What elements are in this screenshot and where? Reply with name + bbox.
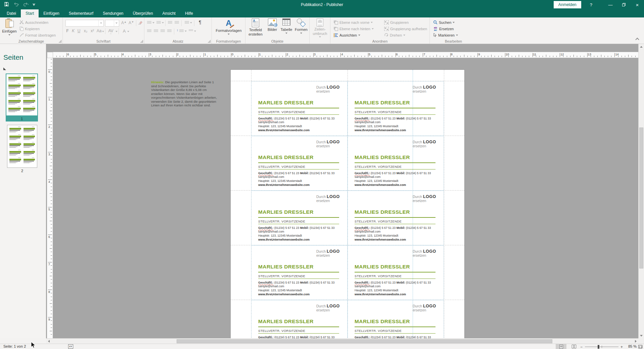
- document-canvas[interactable]: 65432101234567891011121314 0123456789 Hi…: [46, 44, 638, 338]
- card-phones[interactable]: Geschäftl.: (01234) 5 67 51 23 Mobil: (0…: [355, 117, 431, 120]
- card-website[interactable]: www.IhreUnternehmenswebsite.com: [258, 183, 310, 187]
- align-button[interactable]: Ausrichten: [334, 32, 360, 38]
- card-name[interactable]: MARLIES DRESSLER: [258, 318, 314, 325]
- card-email[interactable]: sample@email.com: [258, 120, 284, 124]
- horizontal-scrollbar[interactable]: [46, 338, 638, 344]
- card-name[interactable]: MARLIES DRESSLER: [258, 154, 314, 160]
- tab-überprüfen[interactable]: Überprüfen: [128, 9, 158, 17]
- logo-placeholder[interactable]: Durch LOGOersetzen: [413, 140, 436, 148]
- card-email[interactable]: sample@email.com: [355, 120, 380, 124]
- restore-button[interactable]: [617, 0, 631, 9]
- show-paragraph-marks-button[interactable]: ¶: [199, 19, 201, 25]
- card-phones[interactable]: Geschäftl.: (01234) 5 67 51 23 Mobil: (0…: [355, 281, 431, 284]
- business-card[interactable]: Durch LOGOersetzenMARLIES DRESSLERSTELLV…: [348, 300, 444, 338]
- card-job-title[interactable]: STELLVERTR. VORSITZENDE: [355, 110, 402, 114]
- card-website[interactable]: www.IhreUnternehmenswebsite.com: [355, 293, 406, 296]
- business-card[interactable]: Durch LOGOersetzenMARLIES DRESSLERSTELLV…: [251, 191, 348, 245]
- tab-start[interactable]: Start: [21, 9, 39, 17]
- logo-placeholder[interactable]: Durch LOGOersetzen: [413, 85, 436, 93]
- card-job-title[interactable]: STELLVERTR. VORSITZENDE: [355, 329, 402, 333]
- card-address[interactable]: Hauptstr. 123, 12345 Musterstadt: [258, 234, 302, 237]
- business-card[interactable]: Durch LOGOersetzenMARLIES DRESSLERSTELLV…: [348, 245, 444, 300]
- card-job-title[interactable]: STELLVERTR. VORSITZENDE: [258, 329, 305, 333]
- horizontal-ruler[interactable]: 65432101234567891011121314: [53, 52, 638, 58]
- card-name[interactable]: MARLIES DRESSLER: [355, 264, 410, 270]
- minimize-button[interactable]: —: [604, 0, 617, 9]
- single-page-view-button[interactable]: [556, 344, 566, 349]
- card-email[interactable]: sample@email.com: [355, 175, 380, 179]
- card-email[interactable]: sample@email.com: [258, 285, 284, 288]
- vertical-scroll-thumb[interactable]: [639, 128, 643, 268]
- business-card[interactable]: Durch LOGOersetzenMARLIES DRESSLERSTELLV…: [251, 136, 348, 191]
- business-card[interactable]: Durch LOGOersetzenMARLIES DRESSLERSTELLV…: [348, 136, 444, 191]
- card-address[interactable]: Hauptstr. 123, 12345 Musterstadt: [355, 234, 398, 237]
- card-website[interactable]: www.IhreUnternehmenswebsite.com: [258, 293, 310, 296]
- card-email[interactable]: sample@email.com: [355, 285, 380, 288]
- logo-placeholder[interactable]: Durch LOGOersetzen: [316, 140, 340, 148]
- card-address[interactable]: Hauptstr. 123, 12345 Musterstadt: [258, 289, 302, 292]
- logo-placeholder[interactable]: Durch LOGOersetzen: [413, 304, 436, 312]
- collapse-panel-icon[interactable]: [3, 67, 6, 70]
- scroll-right-icon[interactable]: [633, 339, 638, 344]
- card-name[interactable]: MARLIES DRESSLER: [355, 154, 410, 160]
- hint-textbox[interactable]: Hinweis: Die gepunkteten Linien auf Seit…: [151, 80, 218, 107]
- logo-placeholder[interactable]: Durch LOGOersetzen: [413, 195, 436, 203]
- tab-sendungen[interactable]: Sendungen: [98, 9, 128, 17]
- scroll-left-icon[interactable]: [46, 339, 51, 344]
- publication-page[interactable]: Durch LOGOersetzenMARLIES DRESSLERSTELLV…: [230, 69, 465, 338]
- business-card[interactable]: Durch LOGOersetzenMARLIES DRESSLERSTELLV…: [251, 300, 348, 338]
- find-button[interactable]: Suchen: [433, 19, 455, 26]
- horizontal-scroll-thumb[interactable]: [177, 339, 552, 343]
- scroll-up-icon[interactable]: [639, 44, 644, 49]
- close-button[interactable]: ×: [631, 0, 644, 9]
- logo-placeholder[interactable]: Durch LOGOersetzen: [316, 249, 340, 257]
- card-website[interactable]: www.IhreUnternehmenswebsite.com: [258, 129, 310, 132]
- card-name[interactable]: MARLIES DRESSLER: [355, 209, 410, 215]
- card-job-title[interactable]: STELLVERTR. VORSITZENDE: [355, 219, 402, 223]
- paste-button[interactable]: Einfügen: [1, 18, 17, 36]
- card-job-title[interactable]: STELLVERTR. VORSITZENDE: [355, 165, 402, 168]
- card-phones[interactable]: Geschäftl.: (01234) 5 67 51 23 Mobil: (0…: [258, 171, 334, 175]
- card-address[interactable]: Hauptstr. 123, 12345 Musterstadt: [258, 179, 302, 183]
- card-phones[interactable]: Geschäftl.: (01234) 5 67 51 23 Mobil: (0…: [355, 171, 431, 175]
- card-website[interactable]: www.IhreUnternehmenswebsite.com: [355, 238, 406, 241]
- card-name[interactable]: MARLIES DRESSLER: [355, 100, 410, 106]
- card-phones[interactable]: Geschäftl.: (01234) 5 67 51 23 Mobil: (0…: [355, 336, 431, 338]
- card-job-title[interactable]: STELLVERTR. VORSITZENDE: [355, 274, 402, 278]
- collapse-ribbon-button[interactable]: [635, 38, 639, 41]
- card-job-title[interactable]: STELLVERTR. VORSITZENDE: [258, 219, 305, 223]
- business-card[interactable]: Durch LOGOersetzenMARLIES DRESSLERSTELLV…: [251, 245, 348, 300]
- business-card[interactable]: Durch LOGOersetzenMARLIES DRESSLERSTELLV…: [348, 191, 444, 245]
- card-website[interactable]: www.IhreUnternehmenswebsite.com: [258, 238, 310, 241]
- card-email[interactable]: sample@email.com: [258, 230, 284, 233]
- paragraph-dialog-launcher[interactable]: [208, 40, 211, 43]
- card-phones[interactable]: Geschäftl.: (01234) 5 67 51 23 Mobil: (0…: [258, 281, 334, 284]
- zoom-out-button[interactable]: −: [580, 345, 583, 349]
- business-card[interactable]: Durch LOGOersetzenMARLIES DRESSLERSTELLV…: [348, 81, 444, 136]
- replace-button[interactable]: abac Ersetzen: [433, 26, 454, 32]
- card-address[interactable]: Hauptstr. 123, 12345 Musterstadt: [355, 179, 398, 183]
- business-card[interactable]: Durch LOGOersetzenMARLIES DRESSLERSTELLV…: [251, 81, 348, 136]
- card-phones[interactable]: Geschäftl.: (01234) 5 67 51 23 Mobil: (0…: [355, 226, 431, 230]
- page-thumbnail-2[interactable]: [7, 125, 37, 168]
- tab-hilfe[interactable]: Hilfe: [180, 9, 198, 17]
- tab-datei[interactable]: Datei: [2, 9, 21, 17]
- pictures-button[interactable]: Bilder: [266, 18, 279, 32]
- scroll-down-icon[interactable]: [639, 333, 644, 338]
- textbox-button[interactable]: A Textfeld erstellen: [246, 18, 265, 37]
- vertical-ruler[interactable]: 0123456789: [47, 58, 53, 338]
- sign-in-button[interactable]: Anmelden: [554, 1, 581, 8]
- card-name[interactable]: MARLIES DRESSLER: [258, 209, 314, 215]
- card-address[interactable]: Hauptstr. 123, 12345 Musterstadt: [355, 124, 398, 128]
- vertical-scrollbar[interactable]: [638, 44, 644, 338]
- page-thumbnail-1[interactable]: [6, 73, 38, 116]
- table-button[interactable]: Tabelle: [279, 18, 294, 34]
- tab-seitenentwurf[interactable]: Seitenentwurf: [64, 9, 98, 17]
- card-phones[interactable]: Geschäftl.: (01234) 5 67 51 23 Mobil: (0…: [258, 117, 334, 120]
- shapes-button[interactable]: Formen: [294, 18, 309, 34]
- card-job-title[interactable]: STELLVERTR. VORSITZENDE: [258, 274, 305, 278]
- help-button[interactable]: ?: [590, 2, 592, 7]
- card-email[interactable]: sample@email.com: [355, 230, 380, 233]
- zoom-level[interactable]: 85 %: [625, 344, 637, 348]
- styles-button[interactable]: A Formatvorlagen: [215, 18, 243, 35]
